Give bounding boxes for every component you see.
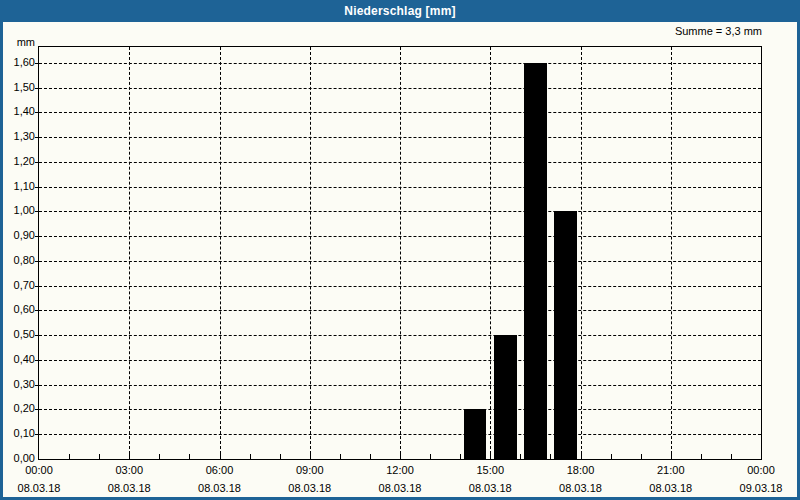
x-axis-tick xyxy=(701,454,702,459)
x-axis-tick xyxy=(129,454,130,459)
x-tick-label-time: 00:00 xyxy=(721,464,800,477)
app-window: Niederschlag [mm] Summe = 3,3 mm mm 0,00… xyxy=(0,0,800,500)
v-gridline xyxy=(671,47,672,459)
x-tick-label-date: 08.03.18 xyxy=(541,482,621,495)
x-tick-label-time: 18:00 xyxy=(541,464,621,477)
y-axis-tick xyxy=(35,187,39,188)
x-tick-label-date: 08.03.18 xyxy=(89,482,169,495)
x-tick-label-time: 03:00 xyxy=(89,464,169,477)
x-tick-label-date: 09.03.18 xyxy=(721,482,800,495)
x-axis-tick xyxy=(189,454,190,459)
x-axis-tick xyxy=(520,454,521,459)
x-tick-label-time: 06:00 xyxy=(180,464,260,477)
x-tick-label-date: 08.03.18 xyxy=(360,482,440,495)
x-tick-label-time: 21:00 xyxy=(631,464,711,477)
x-axis-tick xyxy=(340,454,341,459)
x-axis-tick xyxy=(641,454,642,459)
x-tick-label-time: 09:00 xyxy=(270,464,350,477)
y-axis-tick xyxy=(35,286,39,287)
y-tick-label: 0,70 xyxy=(3,279,35,292)
x-tick-label-date: 08.03.18 xyxy=(270,482,350,495)
y-axis-unit-label: mm xyxy=(3,36,35,48)
x-axis-tick xyxy=(460,454,461,459)
precipitation-bar xyxy=(464,409,487,459)
y-tick-label: 1,30 xyxy=(3,130,35,143)
v-gridline xyxy=(490,47,491,459)
x-axis-tick xyxy=(581,454,582,459)
y-axis-tick xyxy=(35,137,39,138)
y-tick-label: 1,50 xyxy=(3,81,35,94)
x-axis-tick xyxy=(159,454,160,459)
x-tick-label-date: 08.03.18 xyxy=(0,482,79,495)
y-tick-label: 0,40 xyxy=(3,353,35,366)
x-axis-tick xyxy=(69,454,70,459)
sum-annotation: Summe = 3,3 mm xyxy=(675,25,762,37)
x-tick-label-date: 08.03.18 xyxy=(631,482,711,495)
y-tick-label: 0,90 xyxy=(3,229,35,242)
chart-title: Niederschlag [mm] xyxy=(344,4,455,18)
x-axis-tick xyxy=(550,454,551,459)
y-axis-tick xyxy=(35,434,39,435)
y-axis-tick xyxy=(35,335,39,336)
precipitation-bar xyxy=(494,335,517,459)
y-tick-label: 1,20 xyxy=(3,155,35,168)
x-axis-tick xyxy=(280,454,281,459)
x-axis-tick xyxy=(220,454,221,459)
y-axis-tick xyxy=(35,310,39,311)
y-tick-label: 0,30 xyxy=(3,378,35,391)
y-tick-label: 1,60 xyxy=(3,56,35,69)
y-tick-label: 0,80 xyxy=(3,254,35,267)
precipitation-bar xyxy=(554,211,577,459)
x-axis-tick xyxy=(731,454,732,459)
x-axis-tick xyxy=(250,454,251,459)
y-axis-tick xyxy=(35,360,39,361)
x-axis-tick xyxy=(430,454,431,459)
y-axis-tick xyxy=(35,236,39,237)
y-axis-tick xyxy=(35,63,39,64)
y-tick-label: 0,60 xyxy=(3,303,35,316)
x-axis-tick xyxy=(370,454,371,459)
x-axis-tick xyxy=(99,454,100,459)
title-bar: Niederschlag [mm] xyxy=(0,0,800,22)
x-axis-tick xyxy=(490,454,491,459)
y-tick-label: 0,10 xyxy=(3,427,35,440)
y-axis-tick xyxy=(35,112,39,113)
v-gridline xyxy=(400,47,401,459)
y-tick-label: 1,10 xyxy=(3,180,35,193)
y-tick-label: 1,40 xyxy=(3,105,35,118)
v-gridline xyxy=(310,47,311,459)
y-axis-tick xyxy=(35,261,39,262)
v-gridline xyxy=(581,47,582,459)
y-tick-label: 1,00 xyxy=(3,204,35,217)
x-tick-label-time: 15:00 xyxy=(450,464,530,477)
y-axis-tick xyxy=(35,211,39,212)
v-gridline xyxy=(129,47,130,459)
x-axis-tick xyxy=(310,454,311,459)
y-tick-label: 0,20 xyxy=(3,402,35,415)
y-axis-tick xyxy=(35,88,39,89)
x-axis-tick xyxy=(671,454,672,459)
v-gridline xyxy=(220,47,221,459)
x-tick-label-date: 08.03.18 xyxy=(180,482,260,495)
precipitation-bar xyxy=(524,63,547,459)
x-axis-tick xyxy=(400,454,401,459)
plot-area xyxy=(38,46,762,460)
x-tick-label-time: 12:00 xyxy=(360,464,440,477)
x-axis-tick xyxy=(611,454,612,459)
y-axis-tick xyxy=(35,385,39,386)
y-axis-tick xyxy=(35,409,39,410)
x-tick-label-time: 00:00 xyxy=(0,464,79,477)
x-tick-label-date: 08.03.18 xyxy=(450,482,530,495)
chart-panel: Summe = 3,3 mm mm 0,000,100,200,300,400,… xyxy=(3,22,797,497)
y-axis-tick xyxy=(35,162,39,163)
y-tick-label: 0,50 xyxy=(3,328,35,341)
